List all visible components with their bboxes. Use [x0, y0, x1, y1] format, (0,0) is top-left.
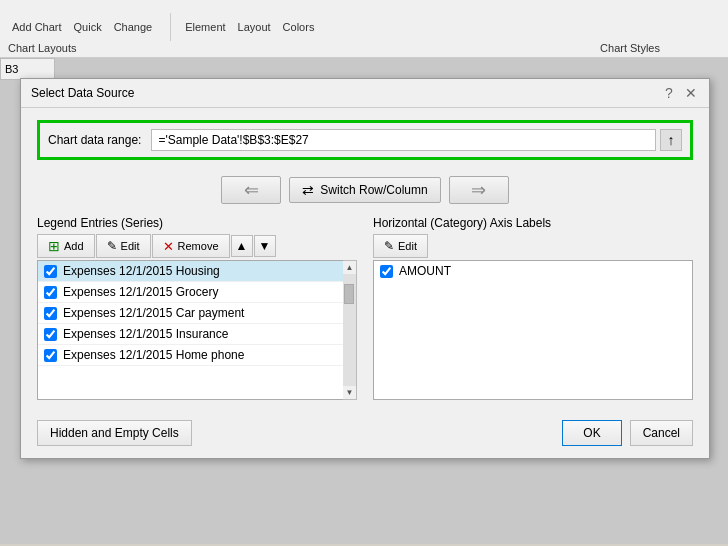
dialog-controls: ? ✕ [661, 85, 699, 101]
data-range-collapse-button[interactable]: ↑ [660, 129, 682, 151]
scroll-thumb [344, 284, 354, 304]
series-label-1: Expenses 12/1/2015 Housing [63, 264, 220, 278]
right-arrow-btn[interactable]: ⇒ [449, 176, 509, 204]
dialog-help-button[interactable]: ? [661, 85, 677, 101]
data-range-input[interactable] [151, 129, 656, 151]
dialog-title: Select Data Source [31, 86, 134, 100]
series-down-button[interactable]: ▼ [254, 235, 276, 257]
list-item[interactable]: Expenses 12/1/2015 Home phone [38, 345, 343, 366]
add-series-button[interactable]: ⊞ Add [37, 234, 95, 258]
axis-list-item[interactable]: AMOUNT [374, 261, 692, 281]
series-label-3: Expenses 12/1/2015 Car payment [63, 306, 244, 320]
dialog-body: Chart data range: ↑ ⇐ ⇄ Switch Row/Colum… [21, 108, 709, 458]
main-area: B3 Select Data Source ? ✕ Chart data ran… [0, 58, 728, 544]
scroll-down-icon[interactable]: ▼ [344, 386, 356, 399]
axis-list: AMOUNT [373, 260, 693, 400]
left-arrow-btn[interactable]: ⇐ [221, 176, 281, 204]
series-checkbox-2[interactable] [44, 286, 57, 299]
quick-layout-btn[interactable]: Quick [70, 19, 106, 35]
hidden-empty-cells-button[interactable]: Hidden and Empty Cells [37, 420, 192, 446]
axis-checkbox-1[interactable] [380, 265, 393, 278]
chart-styles-label: Chart Styles [600, 42, 660, 54]
scroll-track [343, 274, 356, 386]
list-item[interactable]: Expenses 12/1/2015 Car payment [38, 303, 343, 324]
series-label-5: Expenses 12/1/2015 Home phone [63, 348, 244, 362]
data-range-row: Chart data range: ↑ [37, 120, 693, 160]
dialog-titlebar: Select Data Source ? ✕ [21, 79, 709, 108]
legend-panel-title: Legend Entries (Series) [37, 216, 357, 230]
add-series-label: Add [64, 240, 84, 252]
edit-axis-label: Edit [398, 240, 417, 252]
series-checkbox-3[interactable] [44, 307, 57, 320]
dialog-close-button[interactable]: ✕ [683, 85, 699, 101]
series-checkbox-1[interactable] [44, 265, 57, 278]
remove-series-button[interactable]: ✕ Remove [152, 234, 230, 258]
edit-series-label: Edit [121, 240, 140, 252]
remove-series-label: Remove [178, 240, 219, 252]
panels: Legend Entries (Series) ⊞ Add ✎ Edit ✕ R [37, 216, 693, 400]
series-label-2: Expenses 12/1/2015 Grocery [63, 285, 218, 299]
edit-series-icon: ✎ [107, 239, 117, 253]
colors-label: Colors [283, 21, 315, 33]
add-series-icon: ⊞ [48, 238, 60, 254]
switch-row-column-button[interactable]: ⇄ Switch Row/Column [289, 177, 440, 203]
series-up-button[interactable]: ▲ [231, 235, 253, 257]
list-item[interactable]: Expenses 12/1/2015 Housing [38, 261, 343, 282]
switch-btn-label: Switch Row/Column [320, 183, 427, 197]
series-label-4: Expenses 12/1/2015 Insurance [63, 327, 228, 341]
cancel-button[interactable]: Cancel [630, 420, 693, 446]
edit-axis-icon: ✎ [384, 239, 394, 253]
edit-axis-button[interactable]: ✎ Edit [373, 234, 428, 258]
collapse-icon: ↑ [668, 132, 675, 148]
chart-layouts-label: Chart Layouts [8, 42, 76, 54]
series-scrollbar[interactable]: ▲ ▼ [343, 260, 357, 400]
series-list-wrapper: Expenses 12/1/2015 Housing Expenses 12/1… [37, 260, 357, 400]
axis-panel: Horizontal (Category) Axis Labels ✎ Edit… [373, 216, 693, 400]
series-checkbox-4[interactable] [44, 328, 57, 341]
dialog-footer: Hidden and Empty Cells OK Cancel [37, 412, 693, 446]
cell-reference: B3 [0, 58, 55, 80]
layout-label: Layout [238, 21, 271, 33]
remove-series-icon: ✕ [163, 239, 174, 254]
list-item[interactable]: Expenses 12/1/2015 Grocery [38, 282, 343, 303]
element-label: Element [185, 21, 225, 33]
ok-button[interactable]: OK [562, 420, 621, 446]
switch-area: ⇐ ⇄ Switch Row/Column ⇒ [37, 176, 693, 204]
switch-icon: ⇄ [302, 182, 314, 198]
data-range-label: Chart data range: [48, 133, 141, 147]
toolbar: Add Chart Quick Change Element Layout Co… [0, 0, 728, 58]
axis-label-1: AMOUNT [399, 264, 451, 278]
legend-panel: Legend Entries (Series) ⊞ Add ✎ Edit ✕ R [37, 216, 357, 400]
axis-panel-title: Horizontal (Category) Axis Labels [373, 216, 693, 230]
add-chart-element-btn[interactable]: Add Chart [8, 19, 66, 35]
scroll-up-icon[interactable]: ▲ [344, 261, 356, 274]
series-list: Expenses 12/1/2015 Housing Expenses 12/1… [37, 260, 343, 400]
edit-series-button[interactable]: ✎ Edit [96, 234, 151, 258]
footer-right-buttons: OK Cancel [562, 420, 693, 446]
list-item[interactable]: Expenses 12/1/2015 Insurance [38, 324, 343, 345]
change-colors-btn[interactable]: Change [110, 19, 157, 35]
select-data-source-dialog: Select Data Source ? ✕ Chart data range:… [20, 78, 710, 459]
series-checkbox-5[interactable] [44, 349, 57, 362]
